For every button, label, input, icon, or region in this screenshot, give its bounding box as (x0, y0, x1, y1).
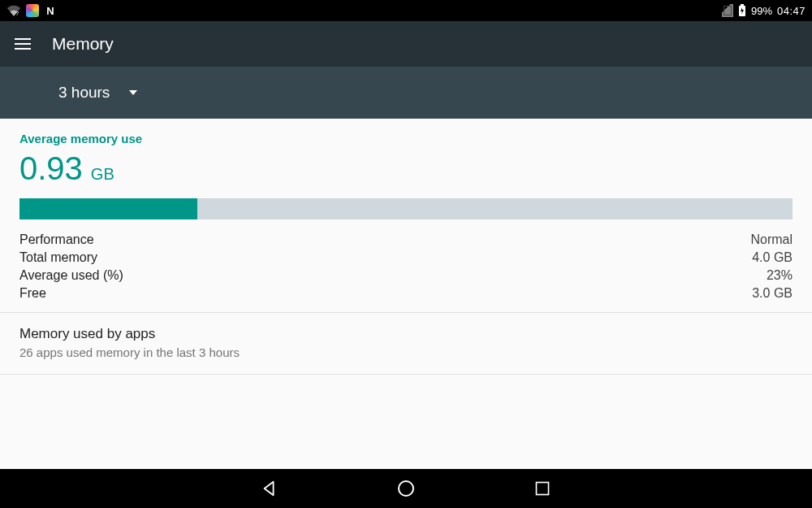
back-button[interactable] (258, 477, 281, 500)
memory-by-apps-row[interactable]: Memory used by apps 26 apps used memory … (0, 313, 812, 374)
svg-rect-6 (15, 48, 31, 50)
svg-rect-4 (15, 38, 31, 40)
avg-memory-value: 0.93 GB (19, 150, 793, 187)
memory-stat-label: Free (19, 286, 46, 301)
battery-icon (738, 4, 746, 17)
memory-stat-value: 3.0 GB (752, 286, 793, 301)
n-icon: N (44, 4, 57, 17)
svg-point-7 (399, 481, 413, 496)
memory-usage-bar (19, 198, 793, 219)
hamburger-menu-button[interactable] (13, 34, 32, 54)
overview-icon (534, 480, 551, 497)
home-button[interactable] (395, 477, 417, 500)
memory-stat-label: Performance (19, 232, 94, 247)
wifi-icon: ? (6, 5, 21, 16)
memory-by-apps-title: Memory used by apps (19, 326, 793, 342)
clock: 04:47 (777, 5, 806, 17)
memory-stat-value: 23% (767, 268, 793, 283)
memory-usage-bar-fill (19, 198, 197, 219)
divider (0, 374, 812, 375)
no-sim-icon (722, 4, 733, 17)
svg-rect-5 (15, 43, 31, 45)
avg-memory-label: Average memory use (19, 132, 793, 145)
app-icon (26, 4, 39, 17)
page-title: Memory (52, 34, 114, 54)
memory-stat-value: Normal (750, 232, 793, 247)
home-icon (396, 479, 416, 498)
hamburger-icon (15, 38, 31, 50)
app-bar: Memory 3 hours (0, 21, 812, 119)
time-range-bar: 3 hours (0, 67, 812, 119)
svg-rect-2 (741, 4, 744, 6)
avg-memory-number: 0.93 (19, 150, 83, 187)
memory-stat-row: Total memory4.0 GB (19, 249, 793, 267)
memory-stat-label: Average used (%) (19, 268, 123, 283)
memory-stat-label: Total memory (19, 250, 97, 265)
time-range-value: 3 hours (58, 84, 110, 102)
navigation-bar (0, 469, 812, 508)
memory-stat-row: PerformanceNormal (19, 231, 793, 249)
memory-stat-row: Average used (%)23% (19, 267, 793, 284)
status-left: ? N (6, 4, 57, 17)
status-bar: ? N 99% 04:47 (0, 0, 812, 21)
memory-stat-value: 4.0 GB (752, 250, 793, 265)
time-range-spinner[interactable]: 3 hours (58, 84, 137, 102)
dropdown-caret-icon (129, 90, 137, 95)
content: Average memory use 0.93 GB PerformanceNo… (0, 119, 812, 469)
overview-button[interactable] (531, 477, 554, 500)
status-right: 99% 04:47 (722, 4, 806, 17)
svg-rect-8 (537, 483, 549, 495)
screen: ? N 99% 04:47 Memory 3 hours (0, 0, 812, 508)
avg-memory-unit: GB (91, 165, 114, 184)
back-icon (261, 480, 279, 497)
memory-by-apps-subtitle: 26 apps used memory in the last 3 hours (19, 345, 793, 359)
battery-percent: 99% (751, 5, 772, 17)
svg-text:?: ? (15, 11, 19, 16)
memory-stat-row: Free3.0 GB (19, 284, 793, 302)
memory-summary: Average memory use 0.93 GB PerformanceNo… (0, 119, 812, 312)
